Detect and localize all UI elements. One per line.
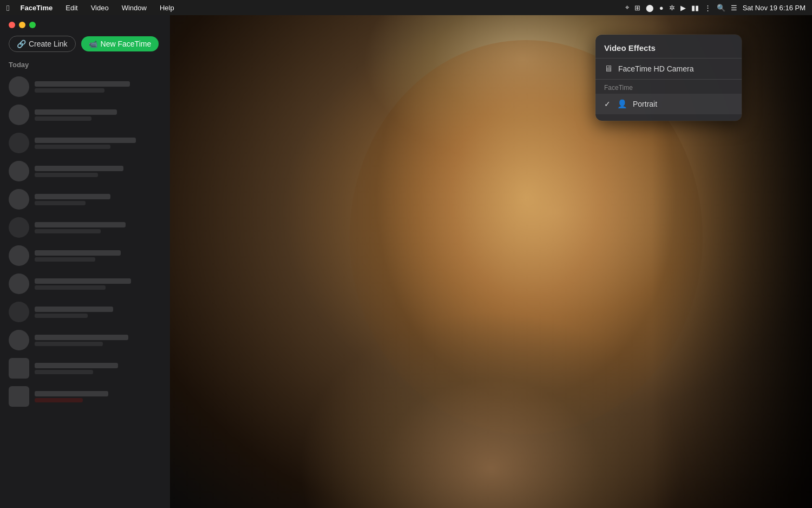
camera-view: Video Effects 🖥 FaceTime HD Camera FaceT… [170,15,812,508]
avatar [9,217,29,238]
new-facetime-label: New FaceTime [101,40,152,48]
contact-info [35,138,161,149]
avatar [9,302,29,322]
menubar-right: ⌖ ⊞ ⬤ ● ✲ ▶ ▮▮ ⋮ 🔍 ☰ Sat Nov 19 6:16 PM [625,3,806,12]
avatar [9,105,29,125]
avatar [9,330,29,350]
list-item[interactable] [4,327,166,354]
monitor-icon: 🖥 [604,64,613,74]
list-item[interactable] [4,242,166,269]
new-facetime-button[interactable]: 📹 New FaceTime [81,36,159,51]
contact-info [35,278,161,290]
person-icon: 👤 [617,99,627,109]
video-camera-icon: 📹 [89,40,97,48]
sidebar: 🔗 Create Link 📹 New FaceTime Today [0,15,170,508]
today-section-label: Today [0,58,170,73]
portrait-item[interactable]: ✓ 👤 Portrait [595,94,742,114]
traffic-lights [0,15,170,32]
create-link-button[interactable]: 🔗 Create Link [9,36,76,52]
toolbar: 🔗 Create Link 📹 New FaceTime [0,32,170,58]
minimize-button[interactable] [19,22,25,28]
list-item[interactable] [4,355,166,382]
menubar:  FaceTime Edit Video Window Help ⌖ ⊞ ⬤ … [0,0,812,15]
list-item[interactable] [4,101,166,128]
list-item[interactable] [4,270,166,297]
contact-info [35,109,161,121]
checkmark-icon: ✓ [604,100,611,108]
wifi-status-icon[interactable]: ⋮ [704,4,711,12]
list-item[interactable] [4,298,166,325]
menu-window[interactable]: Window [120,3,149,13]
avatar [9,245,29,266]
menu-help[interactable]: Help [158,3,176,13]
apple-logo-icon[interactable]:  [6,3,9,12]
contact-info [35,250,161,262]
list-item[interactable] [4,186,166,213]
avatar [9,133,29,153]
contact-info [35,307,161,318]
camera-item[interactable]: 🖥 FaceTime HD Camera [595,58,742,79]
app-container: 🔗 Create Link 📹 New FaceTime Today [0,15,812,508]
menu-edit[interactable]: Edit [63,3,80,13]
contact-info [35,166,161,177]
battery-icon[interactable]: ▮▮ [691,4,699,12]
avatar [9,386,29,407]
link-icon: 🔗 [17,40,26,48]
menu-video[interactable]: Video [89,3,111,13]
notification-icon[interactable]: ☰ [731,4,737,12]
facetime-section-label: FaceTime [595,80,742,94]
contact-info [35,222,161,233]
contact-info [35,81,161,93]
avatar [9,189,29,210]
search-icon[interactable]: 🔍 [717,4,725,12]
avatar [9,161,29,181]
menu-facetime[interactable]: FaceTime [18,3,55,13]
contact-info [35,335,161,346]
video-effects-title: Video Effects [595,41,742,58]
contact-info [35,194,161,205]
airdrop-icon[interactable]: ▶ [680,4,686,12]
camera-label: FaceTime HD Camera [618,64,694,73]
avatar [9,76,29,97]
close-button[interactable] [9,22,15,28]
maximize-button[interactable] [29,22,36,28]
list-item[interactable] [4,129,166,157]
headphones-icon[interactable]: ⌖ [625,3,629,12]
avatar [9,358,29,379]
portrait-label: Portrait [633,100,657,108]
video-effects-popup: Video Effects 🖥 FaceTime HD Camera FaceT… [595,35,742,121]
contacts-list [0,73,170,508]
body-area [298,311,684,508]
bluetooth-icon[interactable]: ✲ [669,4,675,12]
contact-info [35,391,161,402]
list-item[interactable] [4,214,166,241]
list-item[interactable] [4,383,166,410]
wifi-icon[interactable]: ● [659,4,664,12]
menubar-datetime: Sat Nov 19 6:16 PM [743,4,806,12]
control-center-icon[interactable]: ⊞ [634,4,640,12]
create-link-label: Create Link [29,40,68,48]
contact-info [35,363,161,374]
list-item[interactable] [4,158,166,185]
list-item[interactable] [4,73,166,100]
screenrecord-icon[interactable]: ⬤ [646,4,654,12]
menubar-left:  FaceTime Edit Video Window Help [6,3,176,13]
avatar [9,273,29,294]
